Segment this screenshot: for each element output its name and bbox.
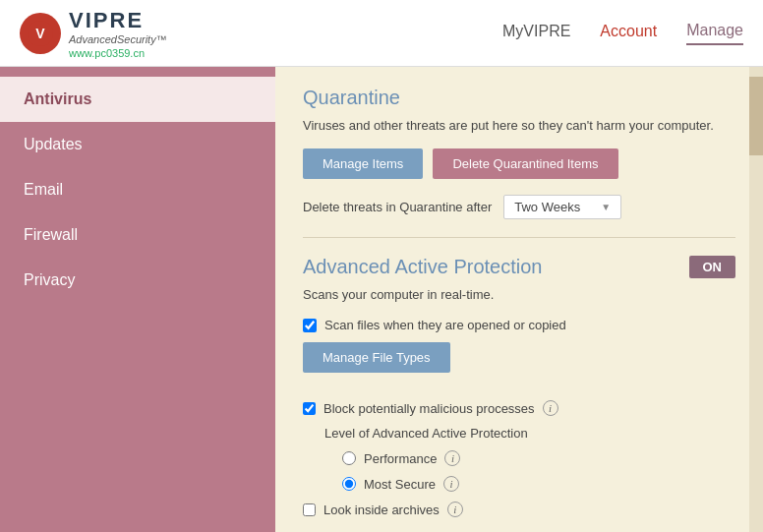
quarantine-description: Viruses and other threats are put here s… — [303, 117, 735, 135]
logo-area: V VIPRE AdvancedSecurity™ www.pc0359.cn — [20, 8, 295, 59]
logo-text: VIPRE AdvancedSecurity™ www.pc0359.cn — [69, 8, 167, 59]
radio-performance-row: Performance i — [342, 450, 735, 466]
layout: Antivirus Updates Email Firewall Privacy… — [0, 67, 763, 532]
block-processes-row: Block potentially malicious processes i — [303, 400, 735, 416]
archive-checkbox[interactable] — [303, 503, 316, 516]
advanced-header: Advanced Active Protection ON — [303, 256, 735, 278]
scrollbar-thumb[interactable] — [749, 77, 763, 155]
delete-label: Delete threats in Quarantine after — [303, 200, 492, 214]
archive-info-icon[interactable]: i — [447, 502, 463, 517]
top-nav: MyVIPRE Account Manage — [502, 22, 743, 45]
archive-label: Look inside archives — [323, 502, 440, 517]
archive-row: Look inside archives i — [303, 502, 735, 517]
block-info-icon[interactable]: i — [543, 400, 558, 416]
scan-files-row: Scan files when they are opened or copie… — [303, 318, 735, 332]
scan-files-label: Scan files when they are opened or copie… — [324, 318, 566, 332]
radio-performance-label: Performance — [364, 451, 437, 466]
scan-files-checkbox[interactable] — [303, 319, 317, 332]
advanced-protection-section: Advanced Active Protection ON Scans your… — [303, 256, 735, 517]
sidebar-item-firewall[interactable]: Firewall — [0, 212, 275, 258]
sidebar: Antivirus Updates Email Firewall Privacy — [0, 67, 275, 532]
radio-most-secure-label: Most Secure — [364, 477, 436, 492]
delete-quarantined-button[interactable]: Delete Quarantined Items — [433, 148, 617, 179]
svg-text:V: V — [35, 26, 45, 41]
quarantine-buttons: Manage Items Delete Quarantined Items — [303, 148, 735, 179]
radio-performance[interactable] — [342, 451, 356, 465]
vipre-logo-icon: V — [20, 13, 61, 54]
logo-subtitle: AdvancedSecurity™ — [69, 33, 167, 45]
chevron-down-icon: ▼ — [601, 202, 611, 212]
protection-toggle[interactable]: ON — [689, 256, 736, 278]
delete-after-row: Delete threats in Quarantine after Two W… — [303, 195, 735, 219]
quarantine-period-dropdown[interactable]: Two Weeks ▼ — [503, 195, 621, 219]
sidebar-item-updates[interactable]: Updates — [0, 122, 275, 167]
sidebar-item-antivirus[interactable]: Antivirus — [0, 77, 275, 122]
protection-level-label: Level of Advanced Active Protection — [324, 426, 735, 441]
block-processes-checkbox[interactable] — [303, 402, 316, 415]
quarantine-title: Quarantine — [303, 87, 735, 109]
scrollbar[interactable] — [749, 67, 763, 532]
header: V VIPRE AdvancedSecurity™ www.pc0359.cn … — [0, 0, 763, 67]
sidebar-item-privacy[interactable]: Privacy — [0, 258, 275, 303]
nav-account[interactable]: Account — [600, 23, 657, 44]
radio-most-secure[interactable] — [342, 477, 356, 491]
most-secure-info-icon[interactable]: i — [443, 476, 459, 492]
nav-manage[interactable]: Manage — [686, 22, 743, 45]
dropdown-value: Two Weeks — [514, 200, 580, 214]
radio-most-secure-row: Most Secure i — [342, 476, 735, 492]
brand-name: VIPRE — [69, 8, 167, 33]
nav-myvipre[interactable]: MyVIPRE — [502, 23, 570, 44]
advanced-description: Scans your computer in real-time. — [303, 286, 735, 304]
main-content: Quarantine Viruses and other threats are… — [275, 67, 763, 532]
manage-file-types-button[interactable]: Manage File Types — [303, 342, 450, 373]
advanced-title: Advanced Active Protection — [303, 256, 542, 278]
quarantine-section: Quarantine Viruses and other threats are… — [303, 87, 735, 219]
manage-items-button[interactable]: Manage Items — [303, 148, 423, 179]
sidebar-item-email[interactable]: Email — [0, 167, 275, 212]
performance-info-icon[interactable]: i — [444, 450, 460, 466]
logo-top: V VIPRE AdvancedSecurity™ www.pc0359.cn — [20, 8, 295, 59]
logo-url: www.pc0359.cn — [69, 47, 167, 59]
section-divider — [303, 237, 735, 238]
block-processes-label: Block potentially malicious processes — [323, 401, 535, 416]
protection-level-group: Performance i Most Secure i — [342, 450, 735, 492]
